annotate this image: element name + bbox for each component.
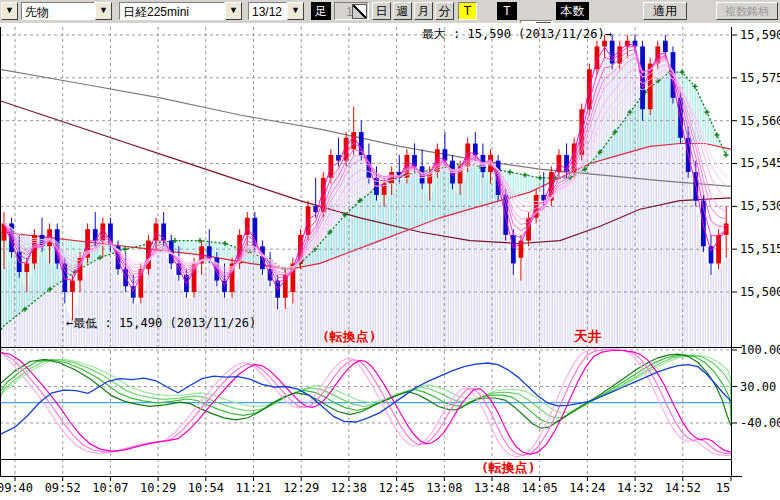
- multi-symbol-button[interactable]: 複数銘柄: [716, 2, 778, 20]
- period-minute-button[interactable]: 分: [435, 2, 454, 20]
- symbol-select[interactable]: 日経225mini: [119, 2, 225, 20]
- contract-dropdown-icon[interactable]: ▼: [287, 2, 304, 20]
- svg-text:11:21: 11:21: [235, 481, 271, 495]
- apply-button[interactable]: 適用: [643, 2, 687, 20]
- svg-text:15,560: 15,560: [740, 114, 780, 128]
- category-select[interactable]: 先物: [21, 2, 95, 20]
- svg-text:09:52: 09:52: [45, 481, 81, 495]
- chart-area[interactable]: 15,59015,57515,56015,54515,53015,51515,5…: [0, 23, 780, 500]
- svg-text:30.00: 30.00: [740, 380, 776, 394]
- min-price-annotation: ←最低 : 15,490 (2013/11/26): [66, 315, 256, 332]
- category-dropdown-icon[interactable]: ▼: [95, 2, 112, 20]
- svg-text:15,575: 15,575: [740, 71, 780, 85]
- tick-label: T: [497, 2, 517, 20]
- bar-interval-spinner[interactable]: 1: [334, 2, 369, 20]
- bar-type-label: 足: [311, 2, 331, 20]
- turning-point-annotation-top: (転換点): [322, 328, 377, 346]
- period-week-button[interactable]: 週: [393, 2, 412, 20]
- svg-text:14:52: 14:52: [665, 481, 701, 495]
- svg-text:12:29: 12:29: [283, 481, 319, 495]
- svg-text:09:40: 09:40: [0, 481, 33, 495]
- mini-dropdown-button[interactable]: ▼: [1, 2, 18, 20]
- svg-text:12:38: 12:38: [331, 481, 367, 495]
- chart-canvas[interactable]: 15,59015,57515,56015,54515,53015,51515,5…: [0, 23, 780, 500]
- svg-text:14:32: 14:32: [617, 481, 653, 495]
- svg-text:12:45: 12:45: [379, 481, 415, 495]
- svg-text:-40.00: -40.00: [740, 416, 780, 430]
- svg-text:15,515: 15,515: [740, 242, 780, 256]
- oscillator-green-line: [0, 355, 731, 413]
- svg-text:10:29: 10:29: [140, 481, 176, 495]
- svg-text:15,500: 15,500: [740, 285, 780, 299]
- period-tick-button-selected[interactable]: T: [458, 2, 477, 20]
- svg-text:15: 15: [716, 481, 730, 495]
- symbol-dropdown-icon[interactable]: ▼: [225, 2, 242, 20]
- period-day-button[interactable]: 日: [372, 2, 391, 20]
- oscillator-green-line: [0, 354, 731, 428]
- svg-text:15,545: 15,545: [740, 156, 780, 170]
- spinner-icon[interactable]: [352, 4, 367, 19]
- svg-text:10:54: 10:54: [188, 481, 224, 495]
- ceiling-annotation: 天井: [574, 328, 602, 346]
- trading-chart-window: ▼ 先物 ▼ 日経225mini ▼ 13/12 ▼ 足 1 日 週 月 分 T…: [0, 0, 780, 500]
- svg-text:14:05: 14:05: [522, 481, 558, 495]
- turning-point-annotation-bottom: (転換点): [481, 459, 536, 477]
- max-price-annotation: 最大 : 15,590 (2013/11/26)→: [422, 26, 612, 43]
- svg-text:15,590: 15,590: [740, 28, 780, 42]
- toolbar: ▼ 先物 ▼ 日経225mini ▼ 13/12 ▼ 足 1 日 週 月 分 T…: [0, 0, 780, 24]
- svg-text:100.00: 100.00: [740, 343, 780, 357]
- svg-text:14:24: 14:24: [569, 481, 605, 495]
- svg-text:13:08: 13:08: [426, 481, 462, 495]
- svg-text:15,530: 15,530: [740, 199, 780, 213]
- period-month-button[interactable]: 月: [414, 2, 433, 20]
- oscillator-green-line: [0, 355, 731, 423]
- contract-select[interactable]: 13/12: [248, 2, 287, 20]
- bar-count-label: 本数: [556, 2, 589, 20]
- svg-text:13:48: 13:48: [474, 481, 510, 495]
- svg-text:10:07: 10:07: [92, 481, 128, 495]
